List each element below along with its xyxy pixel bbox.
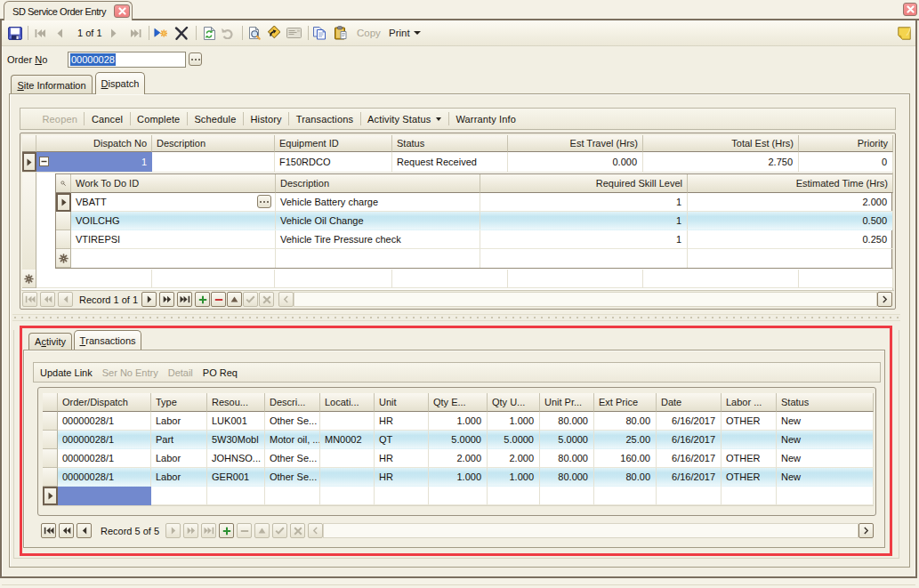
nav-prev-button[interactable] [58, 292, 73, 307]
email-button[interactable] [286, 23, 302, 43]
transaction-cell[interactable]: Other Se... [265, 449, 320, 468]
column-header-resou-[interactable]: Resou... [207, 393, 265, 412]
column-header-labor-[interactable]: Labor ... [721, 393, 777, 412]
collapse-expander-icon[interactable] [39, 157, 49, 166]
transaction-cell[interactable]: New [777, 431, 874, 449]
new-row-cell[interactable] [540, 487, 594, 505]
transaction-cell[interactable]: HR [375, 468, 429, 487]
transaction-cell[interactable]: HR [375, 412, 429, 431]
window-close-button[interactable] [903, 3, 917, 16]
new-row-cell[interactable] [71, 249, 276, 268]
new-row-cell[interactable] [688, 249, 893, 268]
document-tab[interactable]: SD Service Order Entry [4, 1, 133, 20]
work-id-finder-button[interactable] [257, 195, 271, 208]
row-header[interactable] [43, 412, 58, 431]
transactions-action-po-req[interactable]: PO Req [203, 367, 238, 378]
transactions-action-update-link[interactable]: Update Link [40, 367, 93, 378]
preview-button[interactable] [247, 23, 262, 43]
work-row-cell[interactable]: 0.250 [688, 230, 893, 249]
new-row-cell[interactable] [657, 487, 721, 505]
transaction-cell[interactable]: OTHER [721, 449, 777, 468]
dispatch-row-cell[interactable]: 0.000 [508, 152, 643, 172]
transaction-cell[interactable]: 6/16/2017 [657, 412, 721, 431]
transaction-cell[interactable]: 00000028/1 [58, 468, 151, 487]
transaction-cell[interactable]: Motor oil, ... [265, 431, 320, 449]
transaction-cell[interactable] [320, 449, 375, 468]
transaction-cell[interactable]: 5.0000 [540, 431, 594, 449]
column-header-total-est-hrs-[interactable]: Total Est (Hrs) [643, 135, 799, 152]
work-row-cell[interactable]: Vehicle Battery charge [276, 193, 480, 212]
dispatch-row-cell[interactable]: F150RDCO [275, 152, 392, 172]
new-record-button[interactable] [154, 23, 167, 43]
column-header-ext-price[interactable]: Ext Price [594, 393, 657, 412]
work-row-cell[interactable]: 1 [480, 212, 688, 230]
new-row-cell[interactable] [375, 487, 429, 505]
new-row-cell[interactable] [594, 487, 657, 505]
nav-prev-page-button[interactable] [40, 292, 55, 307]
previous-record-button[interactable] [55, 23, 64, 43]
nav-next-page-button[interactable] [159, 292, 174, 307]
transaction-cell[interactable]: 2.000 [429, 449, 488, 468]
transaction-cell[interactable]: JOHNSO... [207, 449, 265, 468]
last-record-button[interactable] [130, 23, 142, 43]
order-no-input[interactable]: 00000028 [68, 52, 186, 68]
dispatch-action-activity-status[interactable]: Activity Status [361, 114, 448, 125]
column-header-qty-e-[interactable]: Qty E... [429, 393, 488, 412]
dispatch-row-cell[interactable]: Request Received [392, 152, 508, 172]
dispatch-action-reopen[interactable]: Reopen [36, 114, 84, 125]
transaction-cell[interactable]: 6/16/2017 [657, 449, 721, 468]
transaction-cell[interactable]: Other Se... [265, 412, 320, 431]
transaction-cell[interactable]: 1.000 [429, 412, 488, 431]
dispatch-action-transactions[interactable]: Transactions [289, 114, 359, 125]
transaction-cell[interactable] [320, 468, 375, 487]
transaction-cell[interactable]: 80.000 [540, 468, 594, 487]
transaction-cell[interactable]: 80.00 [594, 412, 657, 431]
row-header[interactable] [43, 449, 58, 468]
transaction-cell[interactable]: 80.00 [594, 468, 657, 487]
transaction-cell[interactable]: New [777, 412, 874, 431]
dispatch-no-cell[interactable]: 1 [36, 152, 152, 172]
notes-button[interactable] [898, 23, 911, 43]
transaction-cell[interactable]: 5.0000 [488, 431, 540, 449]
new-row-cell[interactable] [36, 270, 152, 288]
new-row-header[interactable] [43, 487, 58, 505]
nav-first-button[interactable] [22, 292, 37, 307]
column-header-equipment-id[interactable]: Equipment ID [275, 135, 392, 152]
nav-cancel-edit-button[interactable] [259, 292, 274, 307]
new-row-cell[interactable] [320, 487, 375, 505]
first-record-button[interactable] [34, 23, 46, 43]
copy-document-button[interactable] [312, 23, 326, 43]
column-header-date[interactable]: Date [657, 393, 721, 412]
transaction-cell[interactable]: New [777, 449, 874, 468]
new-row-cell[interactable] [777, 487, 874, 505]
new-row-cell[interactable] [480, 249, 688, 268]
new-row-cell[interactable] [799, 270, 893, 288]
dispatch-action-history[interactable]: History [244, 114, 288, 125]
order-no-finder-button[interactable] [189, 52, 202, 66]
tab-dispatch[interactable]: Dispatch [95, 72, 145, 94]
transaction-cell[interactable]: 1.000 [429, 468, 488, 487]
transaction-cell[interactable]: Labor [151, 449, 207, 468]
new-row-cell[interactable] [392, 270, 508, 288]
column-header-description[interactable]: Description [152, 135, 275, 152]
transaction-cell[interactable]: 00000028/1 [58, 412, 151, 431]
row-header[interactable] [56, 230, 71, 249]
new-row-cell[interactable] [721, 487, 777, 505]
column-header-type[interactable]: Type [151, 393, 207, 412]
transaction-cell[interactable] [320, 412, 375, 431]
tab-site-information[interactable]: Site Information [11, 75, 93, 94]
new-row-header[interactable] [22, 270, 36, 288]
dispatch-action-warranty-info[interactable]: Warranty Info [449, 114, 523, 125]
work-row-cell[interactable]: 1 [480, 193, 688, 212]
column-header-unit[interactable]: Unit [375, 393, 429, 412]
transaction-cell[interactable]: 1.000 [488, 412, 540, 431]
save-button[interactable] [8, 23, 22, 43]
print-button[interactable]: Print [389, 23, 410, 43]
column-header-corner[interactable] [43, 393, 58, 412]
transactions-action-detail[interactable]: Detail [168, 367, 193, 378]
new-row-cell[interactable] [265, 487, 320, 505]
transaction-cell[interactable]: New [777, 468, 874, 487]
nav-last-button[interactable] [177, 292, 192, 307]
transaction-cell[interactable]: 160.00 [594, 449, 657, 468]
column-header-required-skill-level[interactable]: Required Skill Level [480, 174, 688, 193]
